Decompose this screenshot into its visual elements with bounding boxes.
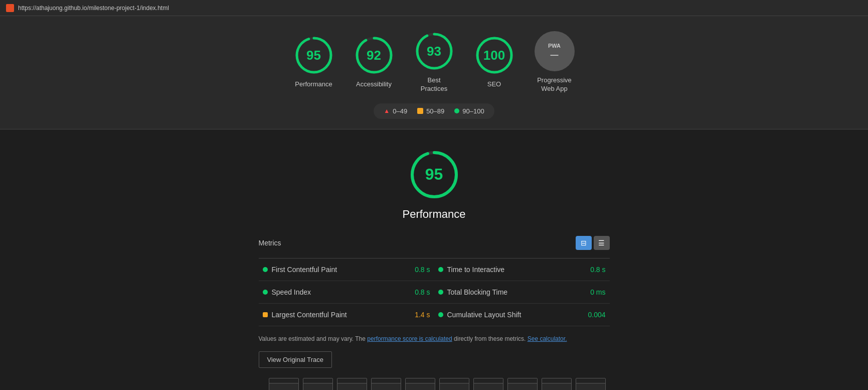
metric-row-tbt: Total Blocking Time 0 ms: [434, 281, 610, 304]
metric-dot-lcp: [263, 312, 268, 317]
big-score-circle: 95: [409, 150, 459, 200]
score-value-seo: 100: [483, 48, 505, 63]
pwa-circle: PWA —: [535, 31, 575, 71]
legend-red-icon: ▲: [384, 107, 390, 114]
legend: ▲ 0–49 50–89 90–100: [374, 103, 494, 119]
score-label-pwa: ProgressiveWeb App: [537, 76, 572, 93]
metrics-grid: First Contentful Paint 0.8 s Time to Int…: [259, 258, 610, 326]
note-text-1: Values are estimated and may vary. The: [259, 335, 368, 342]
legend-orange-icon: [417, 108, 423, 114]
view-toggle: ⊟ ☰: [576, 236, 610, 250]
note-text-2: directly from these metrics.: [452, 335, 528, 342]
pwa-text: PWA: [548, 43, 561, 49]
legend-fail: ▲ 0–49: [384, 107, 407, 115]
score-value-accessibility: 92: [367, 48, 381, 63]
toggle-grid-button[interactable]: ⊟: [576, 236, 592, 250]
filmstrip-frame-top: [269, 378, 298, 383]
legend-pass: 90–100: [454, 107, 484, 115]
filmstrip-frame-body: [269, 383, 298, 390]
calculator-link[interactable]: See calculator.: [528, 335, 567, 342]
metric-row-cls: Cumulative Layout Shift 0.004: [434, 304, 610, 326]
big-score-value: 95: [425, 165, 443, 184]
toggle-list-button[interactable]: ☰: [594, 236, 610, 250]
score-item-best-practices: 93 BestPractices: [414, 31, 454, 93]
metric-name-fcp: First Contentful Paint: [272, 266, 411, 274]
metric-value-tbt: 0 ms: [590, 288, 605, 296]
metric-value-tti: 0.8 s: [590, 266, 605, 274]
main-content: 95 Performance Metrics ⊟ ☰ First Content…: [0, 129, 868, 390]
metrics-header: Metrics ⊟ ☰: [259, 236, 610, 250]
score-circle-accessibility: 92: [354, 35, 394, 75]
note-text: Values are estimated and may vary. The p…: [259, 334, 610, 343]
filmstrip-frame-1: [269, 378, 299, 390]
filmstrip-frame-8: [507, 378, 538, 390]
score-item-accessibility: 92 Accessibility: [354, 35, 394, 89]
score-label-performance: Performance: [295, 80, 332, 89]
metric-value-cls: 0.004: [588, 311, 605, 319]
metric-name-lcp: Largest Contentful Paint: [272, 311, 411, 319]
metric-row-fcp: First Contentful Paint 0.8 s: [259, 258, 434, 281]
filmstrip-frame-6: [439, 378, 469, 390]
view-trace-button[interactable]: View Original Trace: [259, 351, 332, 368]
filmstrip-frame-7: [473, 378, 503, 390]
score-label-best-practices: BestPractices: [421, 76, 447, 93]
filmstrip-frame-4: [371, 378, 401, 390]
legend-pass-label: 90–100: [462, 107, 484, 115]
legend-green-icon: [454, 108, 459, 113]
metrics-section-title: Metrics: [259, 239, 281, 247]
score-item-seo: 100 SEO: [474, 35, 514, 89]
metric-row-lcp: Largest Contentful Paint 1.4 s: [259, 304, 434, 326]
metric-value-fcp: 0.8 s: [415, 266, 430, 274]
score-circle-performance: 95: [294, 35, 334, 75]
grid-icon: ⊟: [581, 239, 587, 247]
filmstrip-frame-5: [405, 378, 435, 390]
score-value-best-practices: 93: [427, 44, 441, 59]
metrics-container: Metrics ⊟ ☰ First Contentful Paint 0.8 s…: [259, 236, 610, 368]
metric-value-lcp: 1.4 s: [415, 311, 430, 319]
score-label-seo: SEO: [487, 80, 501, 89]
metric-dot-cls: [438, 312, 443, 317]
score-label-accessibility: Accessibility: [356, 80, 392, 89]
score-item-pwa: PWA — ProgressiveWeb App: [535, 31, 575, 93]
filmstrip-frame-9: [542, 378, 572, 390]
pwa-dash: —: [551, 51, 559, 60]
filmstrip: [259, 378, 610, 390]
score-value-performance: 95: [306, 48, 321, 63]
legend-average-label: 50–89: [426, 107, 444, 115]
score-circle-best-practices: 93: [414, 31, 454, 71]
score-item-performance: 95 Performance: [294, 35, 334, 89]
metric-dot-si: [263, 290, 268, 295]
metric-name-si: Speed Index: [272, 288, 411, 296]
metric-name-tti: Time to Interactive: [447, 266, 587, 274]
legend-fail-label: 0–49: [393, 107, 407, 115]
url-bar: https://athajuong.github.io/milestone-pr…: [18, 5, 169, 12]
browser-logo: [6, 4, 14, 12]
perf-score-link[interactable]: performance score is calculated: [367, 335, 452, 342]
scores-row: 95 Performance 92 Accessibility: [294, 31, 575, 93]
metric-row-si: Speed Index 0.8 s: [259, 281, 434, 304]
metric-name-cls: Cumulative Layout Shift: [447, 311, 584, 319]
performance-title: Performance: [403, 208, 466, 221]
score-circle-seo: 100: [474, 35, 514, 75]
filmstrip-frame-10: [576, 378, 606, 390]
scores-section: 95 Performance 92 Accessibility: [0, 16, 868, 129]
metric-dot-tti: [438, 267, 443, 272]
metric-dot-fcp: [263, 267, 268, 272]
legend-average: 50–89: [417, 107, 444, 115]
filmstrip-frame-2: [303, 378, 333, 390]
metric-dot-tbt: [438, 290, 443, 295]
top-bar: https://athajuong.github.io/milestone-pr…: [0, 0, 868, 16]
metric-name-tbt: Total Blocking Time: [447, 288, 587, 296]
list-icon: ☰: [598, 239, 605, 247]
metric-row-tti: Time to Interactive 0.8 s: [434, 258, 610, 281]
filmstrip-frame-3: [337, 378, 367, 390]
metric-value-si: 0.8 s: [415, 288, 430, 296]
